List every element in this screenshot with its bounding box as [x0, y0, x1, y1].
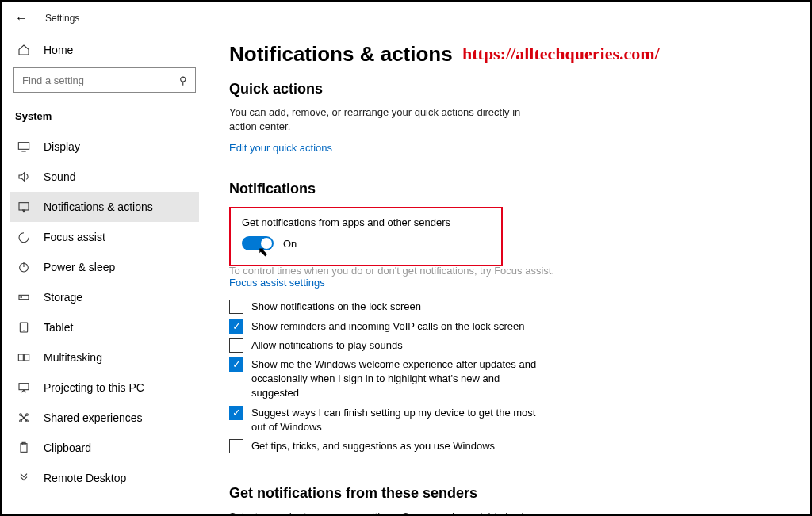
master-toggle[interactable]: ⬉ [242, 236, 274, 250]
sidebar-item-clipboard[interactable]: Clipboard [10, 433, 199, 463]
checkbox-icon[interactable]: ✓ [229, 319, 243, 334]
watermark-url: https://alltechqueries.com/ [462, 44, 660, 64]
category-heading: System [10, 104, 199, 132]
sidebar-item-projecting[interactable]: Projecting to this PC [10, 373, 199, 403]
sidebar-item-label: Multitasking [44, 351, 102, 364]
checkbox-icon[interactable]: ✓ [229, 406, 243, 420]
sidebar-item-label: Clipboard [44, 441, 91, 454]
sidebar-item-tablet[interactable]: Tablet [10, 312, 199, 342]
sidebar-item-label: Projecting to this PC [44, 381, 144, 394]
svg-rect-12 [25, 354, 29, 361]
option-welcome-experience[interactable]: ✓ Show me the Windows welcome experience… [229, 357, 538, 401]
checkbox-icon[interactable] [229, 439, 243, 453]
multitasking-icon [15, 351, 33, 364]
option-lock-screen[interactable]: Show notifications on the lock screen [229, 300, 538, 314]
option-label: Get tips, tricks, and suggestions as you… [251, 439, 495, 453]
checkbox-icon[interactable]: ✓ [229, 357, 243, 372]
master-toggle-label: Get notifications from apps and other se… [242, 216, 490, 228]
sidebar-item-label: Focus assist [44, 231, 105, 243]
sidebar-item-remote[interactable]: Remote Desktop [10, 463, 199, 493]
sidebar-item-label: Shared experiences [44, 411, 143, 424]
home-icon [15, 44, 33, 56]
clipboard-icon [15, 441, 33, 454]
storage-icon [15, 291, 33, 304]
checkbox-icon[interactable] [229, 338, 243, 353]
svg-rect-0 [18, 143, 29, 150]
sound-icon [15, 170, 33, 183]
sidebar-item-label: Notifications & actions [44, 201, 153, 213]
app-title: Settings [45, 13, 79, 24]
svg-rect-3 [19, 203, 29, 210]
option-reminders-voip[interactable]: ✓ Show reminders and incoming VoIP calls… [229, 319, 538, 334]
option-play-sounds[interactable]: Allow notifications to play sounds [229, 338, 538, 353]
sidebar-item-label: Tablet [44, 321, 73, 334]
search-input[interactable] [22, 75, 179, 86]
sidebar-item-label: Sound [44, 170, 75, 183]
notifications-heading: Notifications [229, 181, 786, 197]
highlight-annotation: Get notifications from apps and other se… [229, 207, 503, 266]
tablet-icon [15, 321, 33, 334]
sidebar-item-storage[interactable]: Storage [10, 282, 199, 312]
option-label: Show notifications on the lock screen [251, 300, 421, 314]
svg-rect-11 [18, 354, 23, 361]
option-finish-setup[interactable]: ✓ Suggest ways I can finish setting up m… [229, 406, 538, 434]
edit-quick-actions-link[interactable]: Edit your quick actions [229, 142, 332, 154]
option-label: Allow notifications to play sounds [251, 338, 403, 353]
sidebar-item-label: Storage [44, 291, 82, 304]
focus-assist-link[interactable]: Focus assist settings [229, 277, 325, 289]
sidebar-item-sound[interactable]: Sound [10, 162, 199, 192]
svg-marker-4 [23, 210, 25, 212]
shared-icon [15, 411, 33, 424]
quick-actions-heading: Quick actions [229, 81, 786, 97]
senders-heading: Get notifications from these senders [229, 485, 786, 502]
focus-icon [15, 231, 33, 243]
sidebar-item-multitasking[interactable]: Multitasking [10, 342, 199, 373]
search-box[interactable]: ⚲ [13, 67, 196, 93]
master-toggle-state: On [283, 238, 297, 250]
sidebar: Home ⚲ System Display Sound Notification… [2, 34, 207, 514]
option-label: Show me the Windows welcome experience a… [251, 357, 538, 401]
quick-actions-desc: You can add, remove, or rearrange your q… [229, 105, 546, 134]
sidebar-item-power[interactable]: Power & sleep [10, 252, 199, 282]
power-icon [15, 261, 33, 273]
sidebar-item-display[interactable]: Display [10, 132, 199, 162]
svg-rect-13 [19, 384, 29, 390]
checkbox-icon[interactable] [229, 300, 243, 314]
svg-point-8 [21, 296, 21, 297]
home-link[interactable]: Home [10, 37, 199, 67]
option-tips-tricks[interactable]: Get tips, tricks, and suggestions as you… [229, 439, 538, 453]
option-label: Show reminders and incoming VoIP calls o… [251, 319, 524, 334]
svg-marker-2 [19, 173, 25, 182]
sidebar-item-focus[interactable]: Focus assist [10, 222, 199, 252]
option-label: Suggest ways I can finish setting up my … [251, 406, 538, 434]
sidebar-item-label: Power & sleep [44, 261, 115, 273]
projecting-icon [15, 381, 33, 394]
search-icon: ⚲ [179, 75, 187, 86]
sidebar-item-shared[interactable]: Shared experiences [10, 403, 199, 433]
back-button[interactable]: ← [15, 11, 28, 25]
home-label: Home [44, 44, 73, 56]
focus-assist-hint: To control times when you do or don't ge… [229, 265, 562, 277]
display-icon [15, 140, 33, 153]
remote-icon [15, 472, 33, 484]
notifications-icon [15, 201, 33, 213]
main-content: Notifications & actions Quick actions Yo… [207, 34, 810, 514]
senders-desc: Select a sender to see more settings. So… [229, 510, 546, 514]
sidebar-item-label: Display [44, 140, 80, 153]
sidebar-item-label: Remote Desktop [44, 472, 126, 484]
sidebar-item-notifications[interactable]: Notifications & actions [10, 192, 199, 222]
